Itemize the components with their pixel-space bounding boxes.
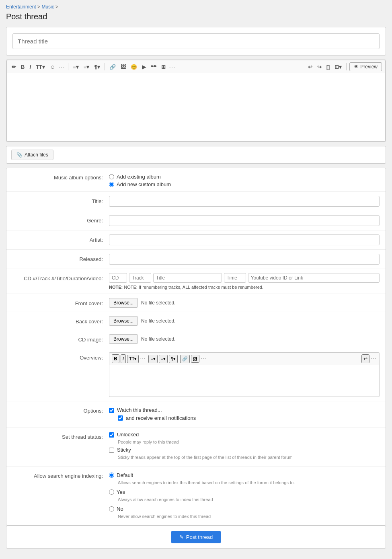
font-size-button[interactable]: TT▾	[34, 63, 47, 71]
bold-button[interactable]: B	[19, 63, 26, 71]
ov-fontsize-button[interactable]: TT▾	[127, 355, 139, 363]
front-cover-no-file: No file selected.	[141, 300, 175, 306]
brackets-button[interactable]: []	[325, 63, 332, 71]
front-cover-label: Front cover:	[12, 298, 109, 306]
radio-existing-input[interactable]	[109, 174, 114, 179]
attach-files-bar: 📎 Attach files	[6, 146, 386, 164]
radio-no-input[interactable]	[109, 506, 114, 512]
table-button[interactable]: ⊞	[160, 63, 167, 71]
watch-thread-checkbox[interactable]	[109, 408, 114, 413]
draft-button[interactable]: ⊡▾	[333, 63, 343, 71]
front-cover-browse-button[interactable]: Browse...	[109, 298, 138, 308]
attach-files-button[interactable]: 📎 Attach files	[11, 150, 53, 160]
radio-new-label: Add new custom album	[117, 181, 171, 187]
front-cover-file-row: Browse... No file selected.	[109, 298, 380, 308]
ov-link-button[interactable]: 🔗	[180, 355, 190, 363]
radio-default[interactable]: Default	[109, 472, 380, 478]
undo-button[interactable]: ↩	[306, 63, 314, 71]
ov-bold-button[interactable]: B	[112, 354, 119, 363]
thread-title-input[interactable]	[12, 33, 380, 49]
title-input[interactable]	[109, 196, 380, 207]
sticky-checkbox[interactable]	[109, 448, 114, 453]
form-row-title: Title:	[6, 192, 386, 211]
unlocked-checkbox[interactable]	[109, 432, 114, 438]
receive-email-checkbox[interactable]	[118, 415, 123, 421]
track-number-input[interactable]	[129, 273, 151, 283]
released-label: Released:	[12, 254, 109, 262]
form-row-genre: Genre:	[6, 211, 386, 230]
ov-italic-button[interactable]: I	[121, 354, 126, 363]
post-thread-icon: ✎	[179, 534, 184, 540]
search-indexing-control: Default Allows search engines to index t…	[109, 471, 380, 521]
album-options-controls: Add existing album Add new custom album	[109, 172, 380, 187]
radio-yes[interactable]: Yes	[109, 489, 380, 495]
eraser-button[interactable]: ✏	[10, 63, 18, 71]
track-note: NOTE: NOTE: If renumbering tracks, ALL a…	[109, 285, 380, 290]
image-button[interactable]: 🖼	[119, 63, 127, 71]
paperclip-icon: 📎	[16, 152, 23, 158]
cd-image-file-row: Browse... No file selected.	[109, 334, 380, 344]
overview-editor-body[interactable]	[109, 365, 380, 397]
indent-button[interactable]: ¶▾	[92, 63, 101, 71]
submit-bar: ✎ Post thread	[6, 526, 386, 549]
ov-indent-button[interactable]: ¶▾	[169, 355, 178, 363]
track-time-input[interactable]	[224, 273, 246, 283]
page-title: Post thread	[6, 12, 386, 21]
link-button[interactable]: 🔗	[108, 63, 117, 71]
overview-label: Overview:	[12, 352, 109, 361]
media-button[interactable]: ▶	[140, 63, 148, 71]
back-cover-browse-button[interactable]: Browse...	[109, 316, 138, 326]
genre-input[interactable]	[109, 215, 380, 226]
ov-undo-button[interactable]: ↩	[361, 354, 369, 363]
form-row-options: Options: Watch this thread... and receiv…	[6, 401, 386, 427]
released-control	[109, 254, 380, 265]
preview-button[interactable]: 👁 Preview	[349, 62, 382, 71]
radio-default-input[interactable]	[109, 473, 114, 478]
preview-label: Preview	[360, 64, 378, 70]
quote-button[interactable]: ❝❝	[149, 63, 158, 71]
italic-button[interactable]: I	[28, 63, 33, 71]
editor-body[interactable]	[6, 73, 386, 142]
form-row-track: CD #/Track #/Title/Duration/Video: NOTE:…	[6, 269, 386, 294]
receive-email-checkbox-item: and receive email notifications	[118, 415, 380, 421]
radio-new-input[interactable]	[109, 182, 114, 187]
back-cover-label: Back cover:	[12, 316, 109, 325]
radio-add-new[interactable]: Add new custom album	[109, 181, 380, 187]
form-row-released: Released:	[6, 250, 386, 269]
attach-files-label: Attach files	[25, 152, 48, 158]
ov-image-button[interactable]: 🖼	[191, 355, 199, 363]
radio-no[interactable]: No	[109, 506, 380, 512]
track-title-input[interactable]	[153, 273, 222, 283]
cd-image-browse-button[interactable]: Browse...	[109, 334, 138, 344]
form-row-album-options: Music album options: Add existing album …	[6, 168, 386, 192]
default-indexing-desc: Allows search engines to index this thre…	[118, 480, 380, 485]
thread-status-label: Set thread status:	[12, 432, 109, 440]
smilies-button[interactable]: ☺	[48, 63, 57, 71]
track-video-input[interactable]	[248, 273, 380, 283]
align-button[interactable]: ≡▾	[82, 63, 91, 71]
watch-thread-checkbox-item: Watch this thread...	[109, 407, 380, 413]
album-options-radio-group: Add existing album Add new custom album	[109, 172, 380, 187]
sep-1	[68, 63, 68, 70]
editor-card: ✏ B I TT▾ ☺ ⋯ ≡▾ ≡▾ ¶▾ 🔗 🖼 😊 ▶ ❝❝ ⊞ ⋯ ↩ …	[6, 60, 386, 142]
released-input[interactable]	[109, 254, 380, 265]
emoji-button[interactable]: 😊	[129, 63, 139, 71]
sep-2	[105, 63, 105, 70]
form-row-overview: Overview: B I TT▾ ⋯ ≡▾ ≡▾ ¶▾ 🔗 🖼 ⋯ ↩	[6, 348, 386, 401]
post-thread-button[interactable]: ✎ Post thread	[171, 531, 221, 543]
ov-more-dots3: ⋯	[371, 356, 377, 362]
more-dots-2: ⋯	[169, 63, 176, 71]
ov-align-button[interactable]: ≡▾	[159, 355, 168, 363]
form-row-back-cover: Back cover: Browse... No file selected.	[6, 312, 386, 330]
search-indexing-label: Allow search engine indexing:	[12, 471, 109, 479]
ov-list-button[interactable]: ≡▾	[148, 355, 157, 363]
artist-input[interactable]	[109, 234, 380, 245]
radio-yes-input[interactable]	[109, 489, 114, 495]
redo-button[interactable]: ↪	[316, 63, 323, 71]
cd-input[interactable]	[109, 273, 127, 283]
breadcrumb-music[interactable]: Music	[41, 4, 54, 10]
breadcrumb-entertainment[interactable]: Entertainment	[6, 4, 36, 10]
radio-add-existing[interactable]: Add existing album	[109, 174, 380, 180]
cd-image-control: Browse... No file selected.	[109, 334, 380, 344]
list-button[interactable]: ≡▾	[71, 63, 80, 71]
